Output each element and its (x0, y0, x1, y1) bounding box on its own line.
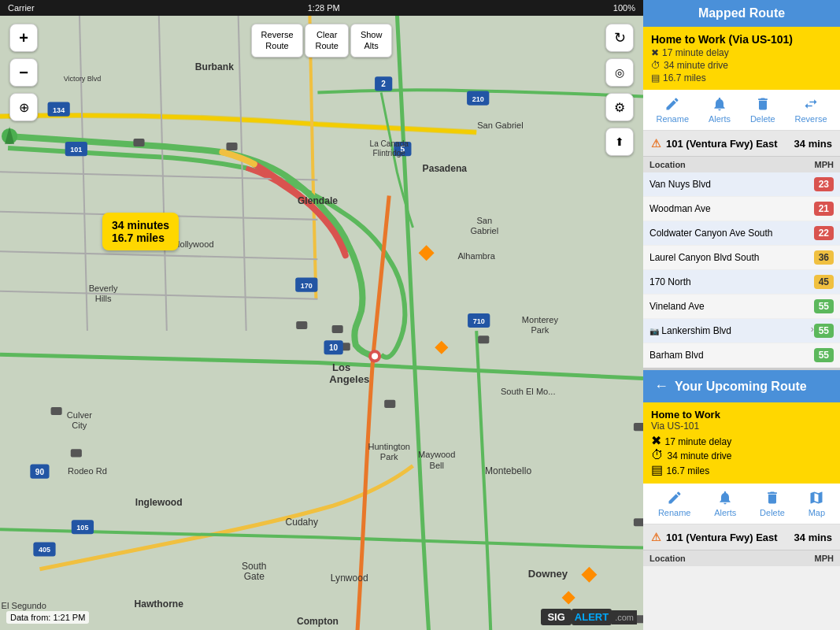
traffic-table: Location MPH Van Nuys Blvd23Woodman Ave2… (643, 157, 840, 368)
speed-badge: 22 (814, 226, 834, 240)
location-cell: 170 North (643, 270, 799, 295)
upcoming-route-header: ← Your Upcoming Route (643, 370, 840, 402)
compass-button[interactable]: ⊕ (9, 93, 38, 121)
svg-text:210: 210 (472, 95, 484, 103)
upcoming-miles: ▤ 16.7 miles (651, 462, 832, 477)
reverse-button[interactable]: Reverse (795, 96, 827, 124)
show-alts-button[interactable]: Show Alts (350, 24, 393, 57)
svg-text:San: San (476, 216, 492, 225)
svg-point-5 (372, 353, 378, 359)
svg-text:10: 10 (329, 343, 339, 352)
table-row: 170 North45 (643, 270, 840, 295)
location-cell: Barham Blvd (643, 343, 799, 368)
mapped-route-header: Mapped Route (643, 0, 840, 27)
svg-text:Downey: Downey (528, 568, 568, 580)
settings-button[interactable]: ⚙ (605, 93, 634, 121)
battery-label: 100% (613, 3, 635, 13)
upcoming-alerts-label: Alerts (714, 508, 736, 517)
carrier-label: Carrier (8, 3, 35, 13)
mapped-route-section: Mapped Route Home to Work (Via US-101) ✖… (643, 0, 840, 368)
arrows-icon (803, 96, 819, 112)
svg-text:Beverly: Beverly (89, 284, 118, 293)
svg-text:Park: Park (531, 325, 549, 335)
svg-rect-20 (634, 518, 643, 526)
location-cell: Woodman Ave (643, 197, 799, 221)
trash-icon (755, 96, 771, 112)
upcoming-highway-name: ⚠ 101 (Ventura Fwy) East (651, 531, 778, 543)
svg-text:105: 105 (76, 524, 88, 532)
right-panel: Mapped Route Home to Work (Via US-101) ✖… (643, 0, 840, 630)
upcoming-route-section: ← Your Upcoming Route Home to Work Via U… (643, 368, 840, 566)
map-area[interactable]: Carrier 1:28 PM 100% (0, 0, 643, 630)
alerts-button[interactable]: Alerts (709, 96, 731, 124)
sigalert-logo: SIGALERT.com (541, 610, 637, 624)
bell-icon (712, 96, 727, 112)
status-bar: Carrier 1:28 PM 100% (0, 0, 643, 16)
alerts-label: Alerts (709, 114, 731, 124)
warning-triangle-icon: ⚠ (651, 137, 661, 150)
upcoming-rename-button[interactable]: Rename (658, 490, 691, 517)
delete-button[interactable]: Delete (750, 96, 775, 124)
speed-badge: 23 (814, 177, 834, 191)
share-button[interactable]: ⬆ (605, 128, 634, 156)
rename-button[interactable]: Rename (656, 96, 689, 124)
highway-time: 34 mins (794, 138, 832, 150)
refresh-icon: ↻ (614, 29, 626, 46)
clock-icon: ⏱ (651, 60, 661, 71)
rename-label: Rename (656, 114, 689, 124)
svg-text:Alhambra: Alhambra (457, 251, 495, 261)
mph-cell: 36 (799, 246, 840, 270)
svg-text:Gate: Gate (244, 571, 265, 582)
clear-route-button[interactable]: Clear Route (305, 24, 349, 57)
mapped-route-title: Mapped Route (698, 6, 785, 20)
svg-text:Hills: Hills (95, 294, 112, 303)
speed-badge: 45 (814, 275, 834, 289)
svg-text:Flintridge: Flintridge (373, 149, 406, 158)
bubble-miles: 16.7 miles (112, 232, 169, 244)
upcoming-delete-label: Delete (760, 508, 785, 517)
upcoming-alerts-button[interactable]: Alerts (714, 490, 736, 517)
mapped-route-actions: Rename Alerts Delete Reverse (643, 90, 840, 131)
svg-text:Monterey: Monterey (522, 315, 559, 324)
svg-rect-19 (634, 423, 643, 431)
upcoming-mph-header: MPH (815, 554, 834, 563)
upcoming-delay: ✖ 17 minute delay (651, 433, 832, 448)
table-row: Barham Blvd55 (643, 343, 840, 368)
upcoming-map-button[interactable]: Map (809, 490, 825, 517)
svg-rect-18 (478, 335, 489, 343)
bubble-time: 34 minutes (112, 219, 169, 232)
delay-icon: ✖ (651, 47, 659, 58)
location-cell: Laurel Canyon Blvd South (643, 246, 799, 270)
svg-text:El Segundo: El Segundo (2, 601, 46, 610)
mph-cell: 55 (799, 343, 840, 368)
svg-text:City: City (72, 421, 87, 430)
zoom-out-button[interactable]: − (9, 58, 38, 87)
pencil-icon (664, 96, 680, 112)
reverse-label: Reverse (795, 114, 827, 124)
table-row: Vineland Ave55 (643, 295, 840, 319)
location-header: Location (643, 157, 799, 172)
mph-header: MPH (799, 157, 840, 172)
mph-cell: 23 (799, 172, 840, 197)
svg-text:Angeles: Angeles (329, 373, 369, 385)
table-row[interactable]: 📷 Lankershim Blvd55 › (643, 319, 840, 343)
upcoming-route-info: Home to Work Via US-101 ✖ 17 minute dela… (643, 402, 840, 484)
svg-text:San Gabriel: San Gabriel (477, 120, 524, 130)
speed-badge: 55 (814, 299, 834, 313)
svg-text:405: 405 (39, 546, 50, 554)
svg-text:Los: Los (332, 361, 350, 373)
reverse-route-button[interactable]: Reverse Route (251, 24, 304, 57)
mph-cell: 22 (799, 221, 840, 246)
svg-text:Maywood: Maywood (418, 450, 455, 459)
svg-text:Culver: Culver (67, 410, 92, 420)
refresh-button[interactable]: ↻ (605, 24, 634, 52)
svg-text:Montebello: Montebello (485, 465, 531, 476)
locate-button[interactable]: ◎ (605, 58, 634, 87)
map-controls-top: Reverse Route Clear Route Show Alts (251, 24, 393, 57)
svg-text:Inglewood: Inglewood (135, 497, 183, 508)
plus-icon: + (19, 29, 28, 47)
zoom-in-button[interactable]: + (9, 24, 38, 52)
svg-text:South El Mo...: South El Mo... (501, 387, 556, 396)
back-arrow-icon[interactable]: ← (654, 378, 668, 395)
upcoming-delete-button[interactable]: Delete (760, 490, 785, 517)
